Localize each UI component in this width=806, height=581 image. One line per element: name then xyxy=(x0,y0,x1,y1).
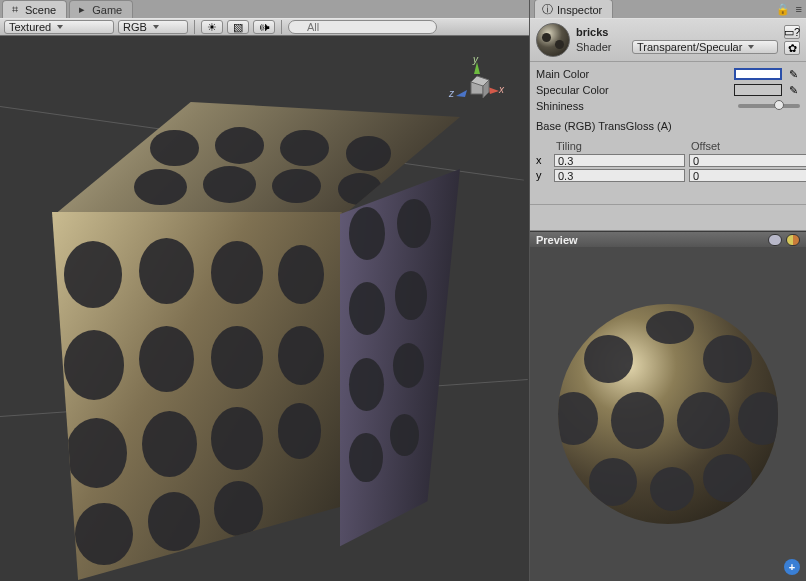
tab-inspector-label: Inspector xyxy=(557,4,602,16)
scene-icon: ⌗ xyxy=(9,3,21,16)
help-icon[interactable]: ▭? xyxy=(784,25,800,39)
inspector-body: bricks Shader Transparent/Specular ▭? ✿ xyxy=(530,18,806,231)
offset-x-field[interactable] xyxy=(689,154,806,167)
audio-icon: 🕪 xyxy=(259,21,270,33)
preview-light-toggle[interactable] xyxy=(786,234,800,246)
main-color-label: Main Color xyxy=(536,68,730,80)
shader-label: Shader xyxy=(576,41,626,53)
tab-scene-label: Scene xyxy=(25,4,56,16)
preview-header: Preview xyxy=(530,231,806,247)
separator xyxy=(281,20,282,34)
search-input[interactable] xyxy=(288,20,437,34)
caret-icon xyxy=(748,45,754,49)
info-icon: ⓘ xyxy=(541,2,553,17)
base-tex-label: Base (RGB) TransGloss (A) xyxy=(536,120,800,132)
tab-game-label: Game xyxy=(92,4,122,16)
shininess-slider[interactable] xyxy=(738,104,800,108)
audio-toggle[interactable]: 🕪 xyxy=(253,20,275,34)
color-mode-value: RGB xyxy=(123,21,147,33)
scene-tab-row: ⌗ Scene ▸ Game xyxy=(0,0,529,18)
separator xyxy=(194,20,195,34)
scene-viewport[interactable]: y x z xyxy=(0,36,529,581)
material-properties: Main Color ✎ Specular Color ✎ Shininess … xyxy=(530,62,806,205)
inspector-tab-row: ⓘ Inspector 🔒 ≡ xyxy=(530,0,806,18)
svg-marker-1 xyxy=(488,87,499,94)
offset-y-field[interactable] xyxy=(689,169,806,182)
settings-gear-icon[interactable]: ✿ xyxy=(784,41,800,55)
svg-marker-2 xyxy=(456,90,467,97)
shininess-label: Shininess xyxy=(536,100,734,112)
orientation-gizmo[interactable]: y x z xyxy=(447,58,507,118)
tab-scene[interactable]: ⌗ Scene xyxy=(2,0,67,18)
tiling-y-field[interactable] xyxy=(554,169,685,182)
preview-title: Preview xyxy=(536,234,578,246)
caret-icon xyxy=(57,25,63,29)
preview-sphere xyxy=(558,304,778,524)
tiling-header: Tiling xyxy=(554,140,685,152)
eyedropper-icon[interactable]: ✎ xyxy=(786,83,800,97)
axis-y-label: y xyxy=(473,54,478,65)
shader-value: Transparent/Specular xyxy=(637,41,742,53)
skybox-toggle[interactable]: ▧ xyxy=(227,20,249,34)
lock-icon[interactable]: 🔒 xyxy=(776,3,790,16)
offset-header: Offset xyxy=(689,140,806,152)
panel-menu-icon[interactable]: ≡ xyxy=(796,3,802,15)
tiling-x-field[interactable] xyxy=(554,154,685,167)
caret-icon xyxy=(153,25,159,29)
add-component-button[interactable]: + xyxy=(784,559,800,575)
image-icon: ▧ xyxy=(233,21,243,34)
axis-x-label: x xyxy=(499,84,504,95)
material-name: bricks xyxy=(576,26,778,38)
render-mode-value: Textured xyxy=(9,21,51,33)
scene-toolbar: Textured RGB ☀ ▧ 🕪 🔍 xyxy=(0,18,529,36)
eyedropper-icon[interactable]: ✎ xyxy=(786,67,800,81)
material-header: bricks Shader Transparent/Specular ▭? ✿ xyxy=(530,19,806,62)
preview-shape-sphere[interactable] xyxy=(768,234,782,246)
render-mode-dropdown[interactable]: Textured xyxy=(4,20,114,34)
game-icon: ▸ xyxy=(76,3,88,16)
tab-inspector[interactable]: ⓘ Inspector xyxy=(534,0,613,19)
specular-color-swatch[interactable] xyxy=(734,84,782,96)
scene-object-cube[interactable] xyxy=(52,102,460,580)
specular-color-label: Specular Color xyxy=(536,84,730,96)
axis-z-label: z xyxy=(449,88,454,99)
sun-icon: ☀ xyxy=(207,21,217,34)
shader-dropdown[interactable]: Transparent/Specular xyxy=(632,40,778,54)
preview-viewport[interactable]: + xyxy=(530,247,806,581)
row-y-label: y xyxy=(536,169,550,182)
row-x-label: x xyxy=(536,154,550,167)
color-mode-dropdown[interactable]: RGB xyxy=(118,20,188,34)
material-preview-icon xyxy=(536,23,570,57)
tab-game[interactable]: ▸ Game xyxy=(69,0,133,18)
lighting-toggle[interactable]: ☀ xyxy=(201,20,223,34)
main-color-swatch[interactable] xyxy=(734,68,782,80)
